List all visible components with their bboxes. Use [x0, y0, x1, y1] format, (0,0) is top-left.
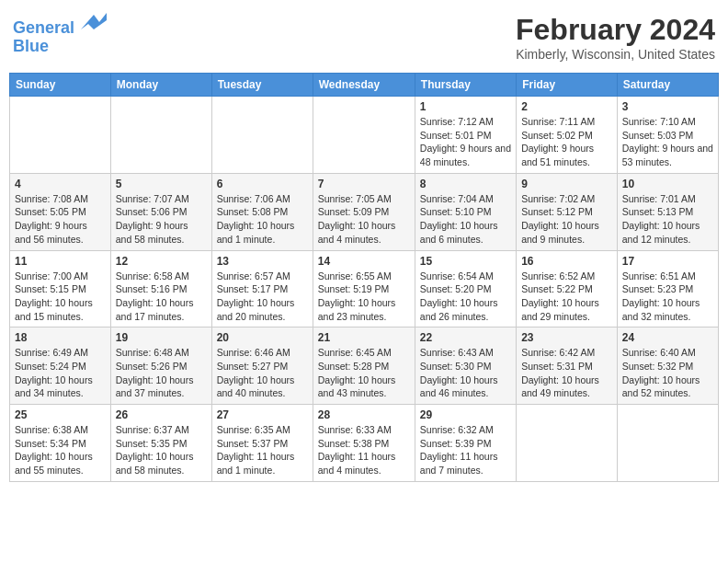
- location-title: Kimberly, Wisconsin, United States: [516, 47, 715, 62]
- cell-info: Sunrise: 6:51 AM Sunset: 5:23 PM Dayligh…: [622, 270, 713, 324]
- calendar-cell: 4Sunrise: 7:08 AM Sunset: 5:05 PM Daylig…: [10, 173, 111, 250]
- cell-info: Sunrise: 6:42 AM Sunset: 5:31 PM Dayligh…: [521, 346, 612, 400]
- calendar-header-row: SundayMondayTuesdayWednesdayThursdayFrid…: [10, 74, 719, 97]
- calendar-cell: 7Sunrise: 7:05 AM Sunset: 5:09 PM Daylig…: [313, 173, 415, 250]
- calendar-week-2: 11Sunrise: 7:00 AM Sunset: 5:15 PM Dayli…: [10, 250, 719, 327]
- calendar-cell: 27Sunrise: 6:35 AM Sunset: 5:37 PM Dayli…: [211, 405, 313, 482]
- calendar-cell: 19Sunrise: 6:48 AM Sunset: 5:26 PM Dayli…: [110, 327, 211, 405]
- cell-info: Sunrise: 6:37 AM Sunset: 5:35 PM Dayligh…: [116, 423, 207, 477]
- calendar-cell: 18Sunrise: 6:49 AM Sunset: 5:24 PM Dayli…: [10, 327, 111, 405]
- day-number: 8: [420, 178, 511, 190]
- day-number: 29: [420, 408, 511, 421]
- cell-info: Sunrise: 6:43 AM Sunset: 5:30 PM Dayligh…: [420, 346, 511, 400]
- day-number: 1: [420, 100, 511, 113]
- calendar-cell: 29Sunrise: 6:32 AM Sunset: 5:39 PM Dayli…: [415, 405, 516, 482]
- day-number: 17: [622, 255, 713, 268]
- header: General Blue February 2024 Kimberly, Wis…: [9, 9, 719, 65]
- calendar-cell: 3Sunrise: 7:10 AM Sunset: 5:03 PM Daylig…: [617, 97, 718, 174]
- calendar-cell: 23Sunrise: 6:42 AM Sunset: 5:31 PM Dayli…: [517, 327, 618, 405]
- col-header-wednesday: Wednesday: [313, 74, 415, 97]
- calendar-week-3: 18Sunrise: 6:49 AM Sunset: 5:24 PM Dayli…: [10, 327, 719, 405]
- calendar-cell: [110, 97, 211, 174]
- day-number: 15: [420, 255, 511, 268]
- svg-marker-0: [81, 13, 107, 29]
- day-number: 25: [15, 408, 106, 421]
- calendar-cell: 14Sunrise: 6:55 AM Sunset: 5:19 PM Dayli…: [313, 250, 415, 327]
- col-header-friday: Friday: [517, 74, 618, 97]
- calendar-cell: 12Sunrise: 6:58 AM Sunset: 5:16 PM Dayli…: [110, 250, 211, 327]
- cell-info: Sunrise: 7:00 AM Sunset: 5:15 PM Dayligh…: [15, 270, 106, 324]
- cell-info: Sunrise: 7:07 AM Sunset: 5:06 PM Dayligh…: [116, 192, 207, 247]
- day-number: 14: [318, 255, 410, 268]
- calendar-cell: 13Sunrise: 6:57 AM Sunset: 5:17 PM Dayli…: [211, 250, 313, 327]
- cell-info: Sunrise: 7:08 AM Sunset: 5:05 PM Dayligh…: [15, 192, 106, 247]
- cell-info: Sunrise: 6:55 AM Sunset: 5:19 PM Dayligh…: [318, 270, 410, 324]
- col-header-saturday: Saturday: [617, 74, 718, 97]
- day-number: 2: [521, 100, 612, 113]
- day-number: 23: [521, 331, 612, 344]
- cell-info: Sunrise: 7:11 AM Sunset: 5:02 PM Dayligh…: [521, 115, 612, 169]
- day-number: 21: [318, 331, 410, 344]
- col-header-sunday: Sunday: [10, 74, 111, 97]
- logo: General Blue: [13, 13, 107, 56]
- calendar-cell: 26Sunrise: 6:37 AM Sunset: 5:35 PM Dayli…: [110, 405, 211, 482]
- calendar-cell: 21Sunrise: 6:45 AM Sunset: 5:28 PM Dayli…: [313, 327, 415, 405]
- day-number: 28: [318, 408, 410, 421]
- day-number: 18: [15, 331, 106, 344]
- day-number: 6: [217, 178, 308, 190]
- cell-info: Sunrise: 6:40 AM Sunset: 5:32 PM Dayligh…: [622, 346, 713, 400]
- day-number: 11: [15, 255, 106, 268]
- day-number: 4: [15, 178, 106, 190]
- cell-info: Sunrise: 6:38 AM Sunset: 5:34 PM Dayligh…: [15, 423, 106, 477]
- calendar-cell: 24Sunrise: 6:40 AM Sunset: 5:32 PM Dayli…: [617, 327, 718, 405]
- day-number: 16: [521, 255, 612, 268]
- col-header-monday: Monday: [110, 74, 211, 97]
- calendar-week-4: 25Sunrise: 6:38 AM Sunset: 5:34 PM Dayli…: [10, 405, 719, 482]
- calendar-cell: 22Sunrise: 6:43 AM Sunset: 5:30 PM Dayli…: [415, 327, 516, 405]
- calendar-week-0: 1Sunrise: 7:12 AM Sunset: 5:01 PM Daylig…: [10, 97, 719, 174]
- cell-info: Sunrise: 7:05 AM Sunset: 5:09 PM Dayligh…: [318, 192, 410, 247]
- calendar-cell: [313, 97, 415, 174]
- day-number: 24: [622, 331, 713, 344]
- cell-info: Sunrise: 6:58 AM Sunset: 5:16 PM Dayligh…: [116, 270, 207, 324]
- calendar-cell: 8Sunrise: 7:04 AM Sunset: 5:10 PM Daylig…: [415, 173, 516, 250]
- calendar-cell: 17Sunrise: 6:51 AM Sunset: 5:23 PM Dayli…: [617, 250, 718, 327]
- cell-info: Sunrise: 6:52 AM Sunset: 5:22 PM Dayligh…: [521, 270, 612, 324]
- cell-info: Sunrise: 7:04 AM Sunset: 5:10 PM Dayligh…: [420, 192, 511, 247]
- calendar-cell: 15Sunrise: 6:54 AM Sunset: 5:20 PM Dayli…: [415, 250, 516, 327]
- calendar: SundayMondayTuesdayWednesdayThursdayFrid…: [9, 73, 719, 482]
- day-number: 9: [521, 178, 612, 190]
- calendar-cell: [517, 405, 618, 482]
- col-header-tuesday: Tuesday: [211, 74, 313, 97]
- calendar-cell: [10, 97, 111, 174]
- calendar-week-1: 4Sunrise: 7:08 AM Sunset: 5:05 PM Daylig…: [10, 173, 719, 250]
- cell-info: Sunrise: 7:10 AM Sunset: 5:03 PM Dayligh…: [622, 115, 713, 169]
- day-number: 12: [116, 255, 207, 268]
- day-number: 7: [318, 178, 410, 190]
- col-header-thursday: Thursday: [415, 74, 516, 97]
- calendar-cell: [617, 405, 718, 482]
- cell-info: Sunrise: 7:06 AM Sunset: 5:08 PM Dayligh…: [217, 192, 308, 247]
- cell-info: Sunrise: 6:33 AM Sunset: 5:38 PM Dayligh…: [318, 423, 410, 477]
- calendar-cell: 2Sunrise: 7:11 AM Sunset: 5:02 PM Daylig…: [517, 97, 618, 174]
- calendar-cell: 6Sunrise: 7:06 AM Sunset: 5:08 PM Daylig…: [211, 173, 313, 250]
- cell-info: Sunrise: 6:45 AM Sunset: 5:28 PM Dayligh…: [318, 346, 410, 400]
- calendar-cell: [211, 97, 313, 174]
- logo-bird-icon: [81, 13, 107, 33]
- calendar-cell: 28Sunrise: 6:33 AM Sunset: 5:38 PM Dayli…: [313, 405, 415, 482]
- day-number: 19: [116, 331, 207, 344]
- cell-info: Sunrise: 6:49 AM Sunset: 5:24 PM Dayligh…: [15, 346, 106, 400]
- calendar-cell: 1Sunrise: 7:12 AM Sunset: 5:01 PM Daylig…: [415, 97, 516, 174]
- month-title: February 2024: [516, 13, 715, 47]
- cell-info: Sunrise: 7:02 AM Sunset: 5:12 PM Dayligh…: [521, 192, 612, 247]
- cell-info: Sunrise: 6:57 AM Sunset: 5:17 PM Dayligh…: [217, 270, 308, 324]
- title-area: February 2024 Kimberly, Wisconsin, Unite…: [516, 13, 715, 62]
- logo-general: General: [13, 18, 74, 37]
- day-number: 10: [622, 178, 713, 190]
- calendar-cell: 10Sunrise: 7:01 AM Sunset: 5:13 PM Dayli…: [617, 173, 718, 250]
- calendar-cell: 11Sunrise: 7:00 AM Sunset: 5:15 PM Dayli…: [10, 250, 111, 327]
- day-number: 5: [116, 178, 207, 190]
- day-number: 26: [116, 408, 207, 421]
- cell-info: Sunrise: 6:32 AM Sunset: 5:39 PM Dayligh…: [420, 423, 511, 477]
- cell-info: Sunrise: 7:01 AM Sunset: 5:13 PM Dayligh…: [622, 192, 713, 247]
